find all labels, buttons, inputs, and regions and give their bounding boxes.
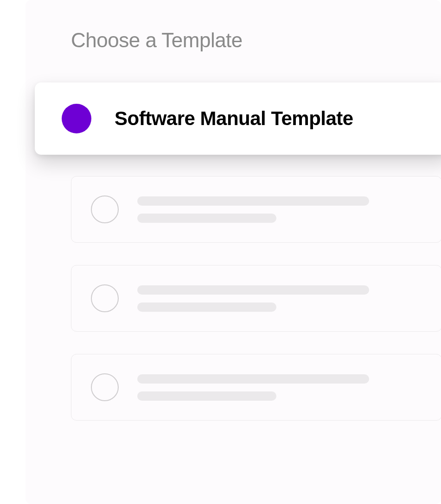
skeleton-line [137, 302, 276, 312]
template-option-placeholder[interactable] [71, 265, 441, 332]
skeleton-line [137, 214, 276, 223]
skeleton-line [137, 374, 369, 384]
skeleton-line [137, 285, 369, 295]
radio-selected-icon [62, 104, 91, 133]
page-title: Choose a Template [71, 29, 243, 52]
template-option-label: Software Manual Template [115, 107, 353, 130]
radio-unselected-icon [91, 195, 119, 223]
skeleton-text [137, 374, 369, 401]
skeleton-text [137, 196, 369, 223]
skeleton-line [137, 391, 276, 401]
radio-unselected-icon [91, 284, 119, 312]
skeleton-line [137, 196, 369, 206]
template-option-placeholder[interactable] [71, 354, 441, 421]
skeleton-text [137, 285, 369, 312]
template-option-selected[interactable]: Software Manual Template [35, 82, 441, 155]
radio-unselected-icon [91, 373, 119, 401]
template-chooser-panel: Choose a Template Software Manual Templa… [26, 0, 441, 504]
template-option-placeholder[interactable] [71, 176, 441, 243]
